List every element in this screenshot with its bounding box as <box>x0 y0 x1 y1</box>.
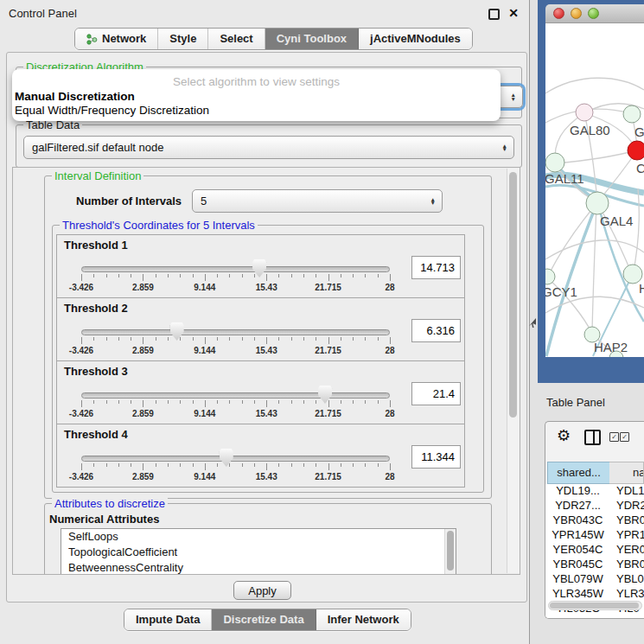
dropdown-option-equal-width[interactable]: Equal Width/Frequency Discretization <box>15 104 209 117</box>
cell-shared-name[interactable]: YBR045C <box>547 558 609 571</box>
close-icon[interactable]: ✕ <box>508 6 519 20</box>
scrollbar-thumb[interactable] <box>550 603 639 609</box>
slider-track[interactable] <box>81 392 390 399</box>
attribute-list-item[interactable]: BetweennessCentrality <box>61 560 456 575</box>
network-edge[interactable] <box>555 150 636 163</box>
combo-stepper-icon[interactable]: ▲▼ <box>502 143 507 151</box>
tab-discretize-data[interactable]: Discretize Data <box>212 609 316 630</box>
network-node[interactable] <box>545 153 564 172</box>
slider-track[interactable] <box>81 329 390 335</box>
slider-track[interactable] <box>81 266 390 272</box>
network-graph[interactable]: GAL80GACGAL11GAL4GCY1HHAP2 <box>545 23 644 357</box>
columns-icon[interactable] <box>584 430 601 445</box>
tab-impute-data[interactable]: Impute Data <box>124 609 212 630</box>
dropdown-option-manual[interactable]: Manual Discretization <box>15 90 135 103</box>
threshold-value-field[interactable]: 6.316 <box>411 319 461 342</box>
dropdown-placeholder: Select algorithm to view settings <box>12 75 501 88</box>
num-intervals-combobox[interactable]: 5 ▲▼ <box>192 189 443 213</box>
algorithm-dropdown-popup: Select algorithm to view settings Manual… <box>12 69 501 121</box>
column-header-name[interactable]: na <box>609 462 644 484</box>
cell-name[interactable]: YBR0 <box>609 513 644 526</box>
slider-track[interactable] <box>81 456 390 462</box>
network-node-label: GA <box>634 124 644 139</box>
minimize-traffic-light[interactable] <box>571 8 582 19</box>
cell-name[interactable]: YBR0 <box>609 558 644 571</box>
tab-style[interactable]: Style <box>158 29 208 49</box>
cell-shared-name[interactable]: YLR345W <box>547 587 609 600</box>
network-edge[interactable] <box>549 204 596 274</box>
network-node-label: GCY1 <box>545 284 577 299</box>
cell-shared-name[interactable]: YBL079W <box>547 572 609 585</box>
scrollbar-thumb[interactable] <box>447 531 454 571</box>
screenshot-root: Control Panel ✕ Network Style Select Cyn… <box>0 0 644 644</box>
attribute-list-item[interactable]: TopologicalCoefficient <box>61 545 456 560</box>
cell-name[interactable]: YBL0 <box>609 572 644 585</box>
apply-button[interactable]: Apply <box>233 581 291 600</box>
tab-cyni-toolbox[interactable]: Cyni Toolbox <box>265 29 359 49</box>
column-header-shared[interactable]: shared... <box>547 462 610 484</box>
threshold-value-field[interactable]: 11.344 <box>411 445 461 469</box>
scrollbar-thumb[interactable] <box>509 172 517 418</box>
threshold-slider[interactable]: -3.4262.8599.14415.4321.71528 <box>81 384 390 420</box>
network-window-titlebar[interactable] <box>545 4 644 23</box>
threshold-label: Threshold 3 <box>64 365 128 378</box>
numerical-attributes-list[interactable]: SelfLoopsTopologicalCoefficientBetweenne… <box>61 528 456 575</box>
settings-vertical-scrollbar[interactable] <box>507 169 520 573</box>
network-node-label: C <box>636 161 644 175</box>
cell-shared-name[interactable]: YER054C <box>547 543 609 556</box>
gear-icon[interactable]: ⚙ <box>557 426 571 445</box>
network-node[interactable] <box>623 105 641 123</box>
network-node[interactable] <box>586 192 609 214</box>
threshold-value-field[interactable]: 21.4 <box>411 382 461 405</box>
cell-name[interactable]: YPR1 <box>609 528 644 541</box>
cell-shared-name[interactable]: YPR145W <box>547 528 609 541</box>
tab-network[interactable]: Network <box>75 29 158 49</box>
table-row[interactable]: YBR045CYBR0 <box>547 558 644 572</box>
threshold-slider[interactable]: -3.4262.8599.14415.4321.71528 <box>81 258 390 294</box>
network-node[interactable] <box>545 269 555 284</box>
checkbox-icon[interactable]: ✓ <box>609 432 619 442</box>
table-data-combobox[interactable]: galFiltered.sif default node ▲▼ <box>23 136 514 159</box>
network-node[interactable] <box>576 104 593 121</box>
threshold-slider[interactable]: -3.4262.8599.14415.4321.71528 <box>81 321 390 357</box>
threshold-panel-3: Threshold 3 -3.4262.8599.14415.4321.7152… <box>56 360 465 424</box>
tab-label: Network <box>102 29 146 48</box>
cell-name[interactable]: YER0 <box>609 543 644 556</box>
network-node[interactable] <box>628 141 644 160</box>
cell-shared-name[interactable]: YBR043C <box>547 513 609 526</box>
checkbox-icon[interactable]: ✓ <box>620 432 629 442</box>
cell-shared-name[interactable]: YDL19... <box>547 484 609 497</box>
slider-scale-labels: -3.4262.8599.14415.4321.71528 <box>81 472 390 482</box>
table-row[interactable]: YLR345WYLR3 <box>547 587 644 602</box>
table-row[interactable]: YDR27...YDR2 <box>547 499 644 513</box>
cell-name[interactable]: YDL1 <box>609 484 644 497</box>
threshold-value-field[interactable]: 14.713 <box>411 256 461 279</box>
cell-name[interactable]: YLR3 <box>609 587 644 600</box>
attribute-list-item[interactable]: SelfLoops <box>61 529 456 545</box>
close-traffic-light[interactable] <box>553 8 564 19</box>
table-horizontal-scrollbar[interactable] <box>548 601 642 610</box>
combo-stepper-icon[interactable]: ▲▼ <box>430 197 436 205</box>
network-icon <box>86 34 98 45</box>
table-header-row: shared... na <box>545 462 644 484</box>
table-row[interactable]: YDL19...YDL1 <box>547 484 644 499</box>
tab-infer-network[interactable]: Infer Network <box>316 609 411 630</box>
table-row[interactable]: YER054CYER0 <box>547 543 644 558</box>
table-row[interactable]: YPR145WYPR1 <box>547 528 644 543</box>
cell-shared-name[interactable]: YDR27... <box>547 499 609 512</box>
combo-stepper-icon[interactable]: ▲▼ <box>511 93 516 101</box>
zoom-traffic-light[interactable] <box>588 8 599 19</box>
tab-select[interactable]: Select <box>208 29 265 49</box>
network-edge[interactable] <box>545 78 644 93</box>
float-window-icon[interactable] <box>488 9 500 20</box>
threshold-slider[interactable]: -3.4262.8599.14415.4321.71528 <box>81 447 390 483</box>
table-row[interactable]: YBR043CYBR0 <box>547 513 644 528</box>
table-row[interactable]: YBL079WYBL0 <box>547 572 644 587</box>
network-canvas[interactable]: GAL80GACGAL11GAL4GCY1HHAP2 <box>545 23 644 357</box>
network-edge[interactable] <box>633 188 639 275</box>
list-scrollbar[interactable] <box>444 529 456 575</box>
window-title: Control Panel <box>9 7 77 20</box>
network-edge[interactable] <box>592 205 596 332</box>
tab-jactivemnodules[interactable]: jActiveMNodules <box>359 29 472 49</box>
cell-name[interactable]: YDR2 <box>609 499 644 512</box>
